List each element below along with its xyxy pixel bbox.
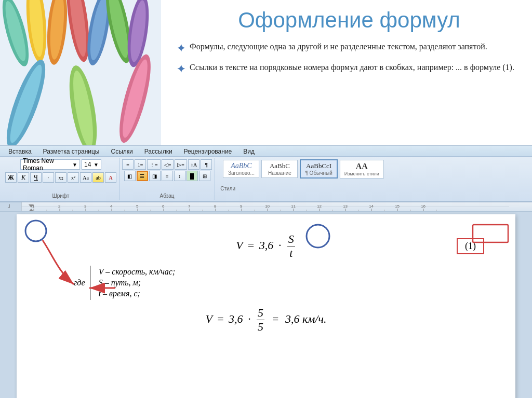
style-normal[interactable]: AaBbCcI ¶ Обычный [300, 159, 337, 179]
svg-marker-73 [29, 209, 34, 212]
font-group-label: Шрифт [3, 193, 119, 199]
bullet-text-1: Формулы, следующие одна за другой и не р… [190, 40, 487, 53]
style-normal-label: ¶ Обычный [305, 170, 332, 176]
style-change-preview: AA [344, 162, 379, 171]
bullet-icon-2: ✦ [177, 61, 185, 77]
btn-align-right[interactable]: ◨ [149, 171, 161, 181]
tab-view[interactable]: Вид [237, 146, 260, 156]
style-items: AaBbC Заголово... AaBbC Название AaBbCcI… [223, 159, 383, 186]
ribbon-content: Times New Roman ▼ 14 ▼ Ж К Ч · x₂ x² Aa … [0, 157, 532, 201]
svg-text:10: 10 [265, 204, 270, 209]
btn-superscript[interactable]: x² [68, 172, 79, 183]
style-title[interactable]: AaBbC Название [261, 160, 298, 178]
font-group: Times New Roman ▼ 14 ▼ Ж К Ч · x₂ x² Aa … [3, 158, 119, 200]
style-heading[interactable]: AaBbC Заголово... [223, 160, 259, 178]
where-item-s: S – путь, м; [99, 278, 176, 287]
btn-line-spacing[interactable]: ↕ [174, 171, 185, 181]
tab-references[interactable]: Ссылки [105, 146, 138, 156]
btn-case[interactable]: Aa [80, 172, 91, 183]
btn-font-color[interactable]: A [105, 172, 116, 183]
fraction-numerator: S [287, 232, 295, 246]
svg-text:6: 6 [162, 204, 165, 209]
tab-page-layout[interactable]: Разметка страницы [37, 146, 105, 156]
ruler: ┘ 1 2 3 4 5 6 7 8 [0, 202, 532, 212]
page-title: Оформление формул [177, 8, 522, 33]
btn-bold[interactable]: Ж [5, 172, 17, 183]
btn-indent-increase[interactable]: ▷≡ [175, 159, 187, 170]
top-section: Оформление формул ✦ Формулы, следующие о… [0, 0, 532, 145]
font-format-row: Ж К Ч · x₂ x² Aa ab A [5, 172, 116, 183]
btn-subscript[interactable]: x₂ [55, 172, 66, 183]
font-size-arrow: ▼ [94, 162, 99, 168]
btn-highlight[interactable]: ab [92, 172, 104, 183]
formula2-fraction: 5 5 [257, 306, 264, 334]
btn-numbering[interactable]: 1≡ [135, 159, 146, 170]
bullet-2: ✦ Ссылки в тексте на порядковые номера ф… [177, 61, 522, 77]
styles-group-label: Стили [218, 186, 389, 191]
formula1-v: V [236, 239, 243, 252]
btn-sort[interactable]: ↕A [188, 159, 200, 170]
title-area: Оформление формул ✦ Формулы, следующие о… [161, 0, 532, 145]
btn-bullets[interactable]: ≡ [122, 159, 134, 170]
formula1: V = 3,6 · S t [48, 232, 484, 260]
style-heading-preview: AaBbC [228, 162, 255, 170]
svg-text:14: 14 [369, 204, 374, 209]
document-page: V = 3,6 · S t (1) где V – скорость, км/ч… [17, 214, 515, 398]
where-item-v: V – скорость, км/час; [99, 267, 176, 277]
formula1-area: V = 3,6 · S t (1) [48, 232, 484, 260]
document-area: ┘ 1 2 3 4 5 6 7 8 [0, 202, 532, 398]
paragraph-group: ≡ 1≡ ⋮≡ ◁≡ ▷≡ ↕A ¶ ◧ ☰ ◨ ≡ ↕ █ ⊞ Абзац [119, 158, 215, 200]
svg-text:9: 9 [240, 204, 243, 209]
font-name-value: Times New Roman [23, 157, 72, 172]
formula2-num: 5 [257, 306, 264, 320]
btn-indent-decrease[interactable]: ◁≡ [162, 159, 174, 170]
formula2-area: V = 3,6 · 5 5 = 3,6 км/ч. [48, 306, 484, 334]
formula1-fraction: S t [286, 239, 296, 252]
btn-pilcrow[interactable]: ¶ [201, 159, 212, 170]
style-change[interactable]: AA Изменить стили [340, 160, 384, 179]
svg-text:4: 4 [110, 204, 113, 209]
btn-align-center[interactable]: ☰ [137, 171, 148, 181]
btn-underline[interactable]: Ч [30, 172, 42, 183]
btn-align-left[interactable]: ◧ [124, 171, 136, 181]
where-item-t: t – время, с; [99, 289, 176, 298]
svg-rect-22 [21, 202, 22, 212]
ruler-svg: ┘ 1 2 3 4 5 6 7 8 [0, 202, 532, 212]
svg-text:┘: ┘ [7, 204, 11, 210]
font-name-arrow: ▼ [72, 162, 77, 168]
svg-text:2: 2 [58, 204, 61, 209]
where-section: где V – скорость, км/час; S – путь, м; t… [74, 266, 484, 300]
colorful-paper-image [0, 0, 161, 145]
ribbon: Вставка Разметка страницы Ссылки Рассылк… [0, 145, 532, 202]
style-title-label: Название [266, 170, 293, 176]
btn-italic[interactable]: К [18, 172, 29, 183]
formula-number-text: (1) [465, 241, 476, 251]
tab-insert[interactable]: Вставка [3, 146, 37, 156]
bullet-icon-1: ✦ [177, 40, 185, 56]
where-label: где [74, 278, 85, 287]
svg-text:12: 12 [317, 204, 322, 209]
tab-mailings[interactable]: Рассылки [139, 146, 178, 156]
bullet-text-2: Ссылки в тексте на порядковые номера фор… [190, 61, 514, 74]
svg-text:16: 16 [421, 204, 425, 209]
svg-text:5: 5 [136, 204, 139, 209]
ribbon-tabs: Вставка Разметка страницы Ссылки Рассылк… [0, 146, 532, 157]
font-size-dropdown[interactable]: 14 ▼ [82, 159, 101, 170]
styles-group: AaBbC Заголово... AaBbC Название AaBbCcI… [215, 158, 392, 200]
btn-shading[interactable]: █ [187, 171, 198, 181]
btn-multilevel[interactable]: ⋮≡ [147, 159, 161, 170]
svg-text:7: 7 [188, 204, 191, 209]
formula2-v: V [206, 312, 212, 325]
style-title-preview: AaBbC [266, 162, 293, 170]
font-size-value: 14 [84, 161, 91, 168]
svg-text:15: 15 [395, 204, 400, 209]
btn-strikethrough[interactable]: · [43, 172, 54, 183]
font-name-dropdown[interactable]: Times New Roman ▼ [20, 159, 80, 170]
formula-number: (1) [457, 238, 484, 254]
fraction-denominator: t [288, 246, 294, 260]
style-change-label: Изменить стили [344, 171, 379, 176]
svg-text:3: 3 [84, 204, 87, 209]
tab-review[interactable]: Рецензирование [178, 146, 238, 156]
btn-justify[interactable]: ≡ [162, 171, 173, 181]
btn-border[interactable]: ⊞ [199, 171, 210, 181]
